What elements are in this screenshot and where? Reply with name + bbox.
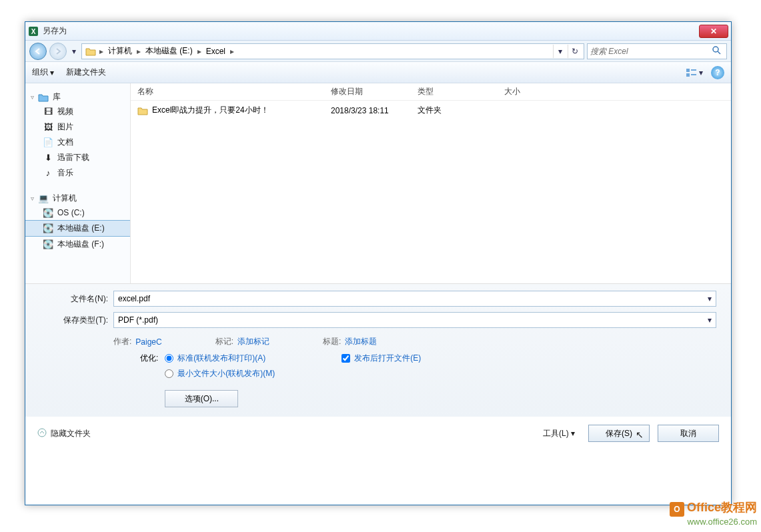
file-row[interactable]: Excel即战力提升，只要24小时！ 2018/3/23 18:11 文件夹: [131, 101, 731, 120]
drive-icon: 💽: [43, 223, 53, 234]
computer-node[interactable]: ▿ 💻 计算机: [25, 191, 130, 205]
cursor-icon: ↖: [636, 429, 644, 440]
hide-folders-label: 隐藏文件夹: [51, 428, 91, 439]
chevron-down-icon[interactable]: ▾: [708, 315, 712, 325]
checkbox-open-after[interactable]: [341, 354, 350, 363]
search-icon[interactable]: [712, 45, 724, 57]
titlebar: X 另存为 ✕: [25, 22, 731, 41]
folder-icon: [85, 45, 97, 57]
file-name: Excel即战力提升，只要24小时！: [152, 105, 269, 116]
filename-input[interactable]: excel.pdf ▾: [113, 291, 716, 307]
radio-minsize[interactable]: [165, 369, 173, 378]
chevron-down-icon: ▾: [50, 68, 54, 77]
cancel-button[interactable]: 取消: [658, 425, 719, 442]
window-title: 另存为: [43, 25, 67, 37]
watermark-title: Office教程网: [687, 501, 757, 514]
optimize-label: 优化:: [140, 353, 158, 407]
savetype-label: 保存类型(T):: [40, 315, 113, 326]
filename-label: 文件名(N):: [40, 293, 113, 305]
download-icon: ⬇: [43, 153, 53, 163]
breadcrumb-computer[interactable]: 计算机: [106, 45, 134, 57]
computer-icon: 💻: [38, 193, 49, 204]
col-size[interactable]: 大小: [504, 86, 558, 97]
drive-icon: 💽: [43, 207, 53, 218]
svg-rect-5: [686, 73, 690, 77]
picture-icon: 🖼: [43, 122, 53, 133]
libraries-icon: [38, 92, 49, 103]
optimize-minsize-radio[interactable]: 最小文件大小(联机发布)(M): [165, 368, 275, 379]
address-dropdown-icon[interactable]: ▾: [553, 45, 566, 58]
sidebar-item-music[interactable]: ♪音乐: [25, 165, 130, 181]
breadcrumb-folder[interactable]: Excel: [204, 47, 227, 56]
col-name[interactable]: 名称: [137, 86, 331, 97]
chevron-right-icon: ▸: [135, 47, 142, 56]
optimize-standard-radio[interactable]: 标准(联机发布和打印)(A): [165, 353, 275, 364]
sidebar-item-xunlei[interactable]: ⬇迅雷下载: [25, 150, 130, 165]
folder-icon: [137, 105, 148, 116]
watermark: OOffice教程网 www.office26.com: [670, 499, 757, 527]
sidebar-item-drive-f[interactable]: 💽本地磁盘 (F:): [25, 237, 130, 252]
search-input[interactable]: [590, 47, 712, 56]
organize-label: 组织: [32, 67, 48, 78]
hide-folders-toggle[interactable]: 隐藏文件夹: [37, 428, 91, 439]
help-button[interactable]: ?: [711, 66, 724, 79]
libraries-node[interactable]: ▿ 库: [25, 90, 130, 104]
view-icon: [686, 68, 698, 77]
svg-point-2: [713, 47, 718, 52]
close-button[interactable]: ✕: [699, 25, 728, 38]
author-field[interactable]: 作者: PaigeC: [113, 336, 162, 347]
author-label: 作者:: [113, 336, 131, 347]
back-button[interactable]: [29, 43, 47, 60]
libraries-label: 库: [53, 91, 61, 103]
chevron-right-icon: ▸: [229, 47, 235, 56]
organize-menu[interactable]: 组织 ▾: [32, 67, 54, 78]
file-type: 文件夹: [418, 105, 504, 116]
sidebar-item-pictures[interactable]: 🖼图片: [25, 119, 130, 135]
save-options-panel: 文件名(N): excel.pdf ▾ 保存类型(T): PDF (*.pdf)…: [25, 283, 731, 417]
filename-value: excel.pdf: [118, 294, 150, 303]
open-after-checkbox[interactable]: 发布后打开文件(E): [341, 353, 421, 364]
svg-line-3: [718, 51, 720, 54]
tools-menu[interactable]: 工具(L) ▾: [538, 428, 580, 439]
sidebar-item-documents[interactable]: 📄文档: [25, 135, 130, 150]
chevron-down-icon: ▾: [571, 429, 575, 438]
refresh-icon[interactable]: ↻: [568, 45, 581, 58]
new-folder-button[interactable]: 新建文件夹: [66, 67, 106, 78]
sidebar-item-drive-c[interactable]: 💽OS (C:): [25, 205, 130, 220]
svg-rect-4: [686, 69, 690, 72]
new-folder-label: 新建文件夹: [66, 67, 106, 78]
tags-value[interactable]: 添加标记: [237, 336, 269, 347]
expand-icon: ▿: [31, 93, 34, 101]
tags-label: 标记:: [215, 336, 233, 347]
options-button[interactable]: 选项(O)...: [165, 390, 238, 407]
chevron-down-icon[interactable]: ▾: [708, 294, 712, 303]
tags-field[interactable]: 标记: 添加标记: [215, 336, 269, 347]
collapse-icon: [37, 428, 47, 439]
sidebar-item-drive-e[interactable]: 💽本地磁盘 (E:): [25, 220, 130, 237]
col-type[interactable]: 类型: [418, 86, 504, 97]
chevron-down-icon: ▾: [699, 68, 703, 77]
title-value[interactable]: 添加标题: [345, 336, 377, 347]
radio-standard[interactable]: [165, 354, 173, 363]
sidebar-item-videos[interactable]: 🎞视频: [25, 104, 130, 119]
save-as-dialog: X 另存为 ✕ ▾ ▸ 计算机 ▸ 本地磁盘 (E:) ▸ Excel ▸ ▾: [25, 21, 732, 505]
logo-icon: O: [670, 502, 684, 517]
savetype-select[interactable]: PDF (*.pdf) ▾: [113, 312, 716, 328]
forward-button[interactable]: [49, 43, 67, 60]
column-headers[interactable]: 名称 修改日期 类型 大小: [131, 83, 731, 101]
save-button[interactable]: 保存(S) ↖: [588, 425, 650, 442]
chevron-right-icon: ▸: [196, 47, 203, 56]
breadcrumb-drive[interactable]: 本地磁盘 (E:): [143, 45, 195, 57]
navigation-bar: ▾ ▸ 计算机 ▸ 本地磁盘 (E:) ▸ Excel ▸ ▾ ↻: [25, 41, 731, 62]
title-field[interactable]: 标题: 添加标题: [323, 336, 377, 347]
nav-history-dropdown[interactable]: ▾: [69, 43, 79, 60]
document-icon: 📄: [43, 137, 53, 148]
search-box[interactable]: [587, 43, 727, 59]
author-value[interactable]: PaigeC: [135, 337, 161, 347]
video-icon: 🎞: [43, 107, 53, 117]
address-bar[interactable]: ▸ 计算机 ▸ 本地磁盘 (E:) ▸ Excel ▸ ▾ ↻: [81, 43, 584, 59]
col-date[interactable]: 修改日期: [331, 86, 418, 97]
file-date: 2018/3/23 18:11: [331, 106, 418, 115]
svg-point-8: [38, 429, 46, 437]
view-options-button[interactable]: ▾: [686, 68, 703, 77]
